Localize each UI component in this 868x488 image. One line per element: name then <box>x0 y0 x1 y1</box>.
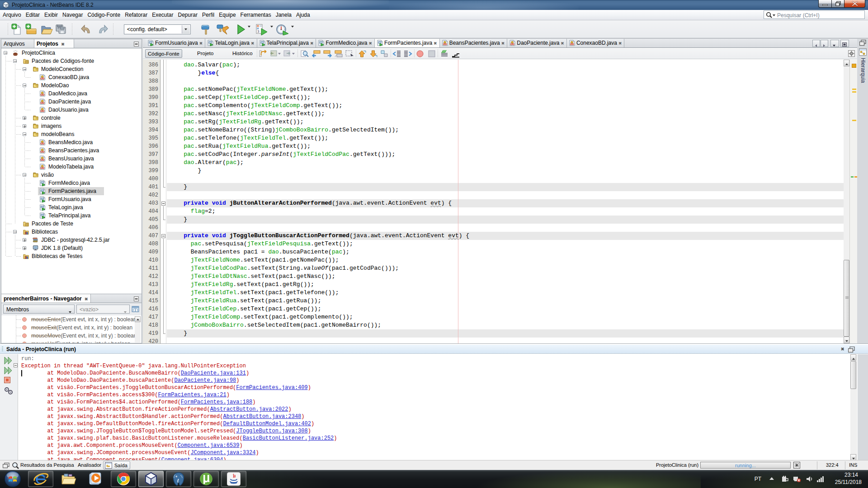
svg-text:3: 3 <box>257 29 259 33</box>
